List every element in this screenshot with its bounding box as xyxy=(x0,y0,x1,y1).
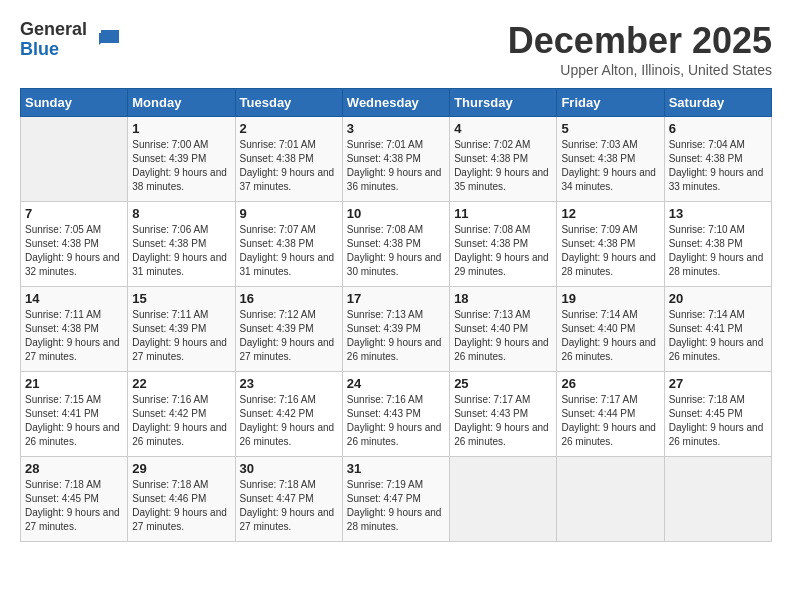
day-info: Sunrise: 7:01 AM Sunset: 4:38 PM Dayligh… xyxy=(240,138,338,194)
sunset-text: Sunset: 4:42 PM xyxy=(240,408,314,419)
sunrise-text: Sunrise: 7:03 AM xyxy=(561,139,637,150)
day-number: 1 xyxy=(132,121,230,136)
day-info: Sunrise: 7:09 AM Sunset: 4:38 PM Dayligh… xyxy=(561,223,659,279)
sunset-text: Sunset: 4:42 PM xyxy=(132,408,206,419)
day-info: Sunrise: 7:05 AM Sunset: 4:38 PM Dayligh… xyxy=(25,223,123,279)
day-info: Sunrise: 7:18 AM Sunset: 4:45 PM Dayligh… xyxy=(669,393,767,449)
sunrise-text: Sunrise: 7:08 AM xyxy=(347,224,423,235)
weekday-header-thursday: Thursday xyxy=(450,89,557,117)
calendar-week-row: 1 Sunrise: 7:00 AM Sunset: 4:39 PM Dayli… xyxy=(21,117,772,202)
day-number: 27 xyxy=(669,376,767,391)
calendar-cell: 15 Sunrise: 7:11 AM Sunset: 4:39 PM Dayl… xyxy=(128,287,235,372)
sunrise-text: Sunrise: 7:00 AM xyxy=(132,139,208,150)
day-number: 30 xyxy=(240,461,338,476)
calendar-cell: 21 Sunrise: 7:15 AM Sunset: 4:41 PM Dayl… xyxy=(21,372,128,457)
sunrise-text: Sunrise: 7:16 AM xyxy=(132,394,208,405)
calendar-cell: 17 Sunrise: 7:13 AM Sunset: 4:39 PM Dayl… xyxy=(342,287,449,372)
sunrise-text: Sunrise: 7:18 AM xyxy=(669,394,745,405)
daylight-text: Daylight: 9 hours and 27 minutes. xyxy=(132,337,227,362)
sunset-text: Sunset: 4:47 PM xyxy=(240,493,314,504)
logo-general-text: General xyxy=(20,19,87,39)
calendar-cell: 20 Sunrise: 7:14 AM Sunset: 4:41 PM Dayl… xyxy=(664,287,771,372)
day-number: 8 xyxy=(132,206,230,221)
sunrise-text: Sunrise: 7:01 AM xyxy=(240,139,316,150)
daylight-text: Daylight: 9 hours and 30 minutes. xyxy=(347,252,442,277)
sunrise-text: Sunrise: 7:02 AM xyxy=(454,139,530,150)
sunset-text: Sunset: 4:39 PM xyxy=(132,153,206,164)
sunrise-text: Sunrise: 7:18 AM xyxy=(25,479,101,490)
calendar-cell: 13 Sunrise: 7:10 AM Sunset: 4:38 PM Dayl… xyxy=(664,202,771,287)
daylight-text: Daylight: 9 hours and 28 minutes. xyxy=(669,252,764,277)
calendar-cell xyxy=(21,117,128,202)
day-number: 25 xyxy=(454,376,552,391)
day-info: Sunrise: 7:18 AM Sunset: 4:47 PM Dayligh… xyxy=(240,478,338,534)
daylight-text: Daylight: 9 hours and 26 minutes. xyxy=(25,422,120,447)
day-info: Sunrise: 7:08 AM Sunset: 4:38 PM Dayligh… xyxy=(347,223,445,279)
day-number: 17 xyxy=(347,291,445,306)
calendar-cell: 19 Sunrise: 7:14 AM Sunset: 4:40 PM Dayl… xyxy=(557,287,664,372)
day-info: Sunrise: 7:11 AM Sunset: 4:38 PM Dayligh… xyxy=(25,308,123,364)
calendar-cell xyxy=(664,457,771,542)
day-number: 4 xyxy=(454,121,552,136)
sunset-text: Sunset: 4:38 PM xyxy=(132,238,206,249)
sunset-text: Sunset: 4:39 PM xyxy=(240,323,314,334)
calendar-cell: 24 Sunrise: 7:16 AM Sunset: 4:43 PM Dayl… xyxy=(342,372,449,457)
calendar-cell: 23 Sunrise: 7:16 AM Sunset: 4:42 PM Dayl… xyxy=(235,372,342,457)
day-info: Sunrise: 7:17 AM Sunset: 4:44 PM Dayligh… xyxy=(561,393,659,449)
sunrise-text: Sunrise: 7:13 AM xyxy=(347,309,423,320)
day-number: 12 xyxy=(561,206,659,221)
day-number: 11 xyxy=(454,206,552,221)
day-number: 19 xyxy=(561,291,659,306)
day-number: 22 xyxy=(132,376,230,391)
sunrise-text: Sunrise: 7:10 AM xyxy=(669,224,745,235)
sunrise-text: Sunrise: 7:19 AM xyxy=(347,479,423,490)
calendar-cell: 11 Sunrise: 7:08 AM Sunset: 4:38 PM Dayl… xyxy=(450,202,557,287)
sunset-text: Sunset: 4:38 PM xyxy=(25,238,99,249)
sunset-text: Sunset: 4:40 PM xyxy=(454,323,528,334)
sunset-text: Sunset: 4:38 PM xyxy=(347,238,421,249)
sunset-text: Sunset: 4:45 PM xyxy=(25,493,99,504)
day-number: 31 xyxy=(347,461,445,476)
sunset-text: Sunset: 4:43 PM xyxy=(454,408,528,419)
day-info: Sunrise: 7:07 AM Sunset: 4:38 PM Dayligh… xyxy=(240,223,338,279)
sunrise-text: Sunrise: 7:01 AM xyxy=(347,139,423,150)
day-number: 6 xyxy=(669,121,767,136)
calendar-cell: 27 Sunrise: 7:18 AM Sunset: 4:45 PM Dayl… xyxy=(664,372,771,457)
page-header: General Blue December 2025 Upper Alton, … xyxy=(20,20,772,78)
day-info: Sunrise: 7:16 AM Sunset: 4:42 PM Dayligh… xyxy=(240,393,338,449)
sunrise-text: Sunrise: 7:17 AM xyxy=(561,394,637,405)
weekday-header-saturday: Saturday xyxy=(664,89,771,117)
sunset-text: Sunset: 4:39 PM xyxy=(347,323,421,334)
sunrise-text: Sunrise: 7:16 AM xyxy=(347,394,423,405)
daylight-text: Daylight: 9 hours and 35 minutes. xyxy=(454,167,549,192)
daylight-text: Daylight: 9 hours and 26 minutes. xyxy=(347,422,442,447)
calendar-cell: 8 Sunrise: 7:06 AM Sunset: 4:38 PM Dayli… xyxy=(128,202,235,287)
day-number: 9 xyxy=(240,206,338,221)
day-number: 10 xyxy=(347,206,445,221)
calendar-cell: 22 Sunrise: 7:16 AM Sunset: 4:42 PM Dayl… xyxy=(128,372,235,457)
day-number: 18 xyxy=(454,291,552,306)
calendar-cell: 18 Sunrise: 7:13 AM Sunset: 4:40 PM Dayl… xyxy=(450,287,557,372)
calendar-cell: 31 Sunrise: 7:19 AM Sunset: 4:47 PM Dayl… xyxy=(342,457,449,542)
calendar-cell: 25 Sunrise: 7:17 AM Sunset: 4:43 PM Dayl… xyxy=(450,372,557,457)
calendar-cell: 5 Sunrise: 7:03 AM Sunset: 4:38 PM Dayli… xyxy=(557,117,664,202)
day-info: Sunrise: 7:16 AM Sunset: 4:43 PM Dayligh… xyxy=(347,393,445,449)
weekday-header-row: SundayMondayTuesdayWednesdayThursdayFrid… xyxy=(21,89,772,117)
day-number: 2 xyxy=(240,121,338,136)
sunset-text: Sunset: 4:40 PM xyxy=(561,323,635,334)
day-info: Sunrise: 7:14 AM Sunset: 4:41 PM Dayligh… xyxy=(669,308,767,364)
day-info: Sunrise: 7:12 AM Sunset: 4:39 PM Dayligh… xyxy=(240,308,338,364)
sunset-text: Sunset: 4:44 PM xyxy=(561,408,635,419)
day-number: 7 xyxy=(25,206,123,221)
calendar-cell: 6 Sunrise: 7:04 AM Sunset: 4:38 PM Dayli… xyxy=(664,117,771,202)
day-info: Sunrise: 7:10 AM Sunset: 4:38 PM Dayligh… xyxy=(669,223,767,279)
location: Upper Alton, Illinois, United States xyxy=(508,62,772,78)
sunset-text: Sunset: 4:39 PM xyxy=(132,323,206,334)
sunrise-text: Sunrise: 7:15 AM xyxy=(25,394,101,405)
sunset-text: Sunset: 4:38 PM xyxy=(669,238,743,249)
day-number: 29 xyxy=(132,461,230,476)
sunset-text: Sunset: 4:41 PM xyxy=(669,323,743,334)
daylight-text: Daylight: 9 hours and 27 minutes. xyxy=(240,507,335,532)
sunset-text: Sunset: 4:41 PM xyxy=(25,408,99,419)
day-info: Sunrise: 7:01 AM Sunset: 4:38 PM Dayligh… xyxy=(347,138,445,194)
